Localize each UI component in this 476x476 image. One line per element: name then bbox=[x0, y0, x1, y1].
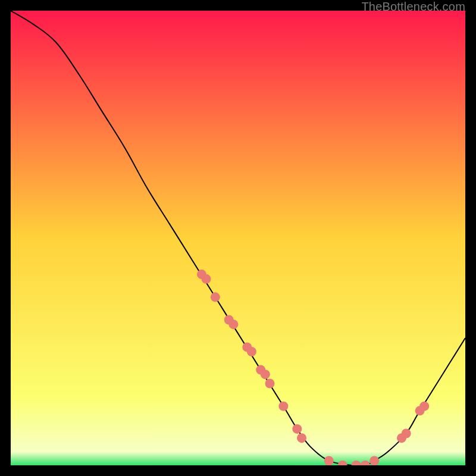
curve-marker bbox=[202, 274, 211, 284]
curve-marker bbox=[297, 433, 306, 443]
curve-marker bbox=[278, 402, 288, 411]
curve-marker bbox=[247, 347, 256, 356]
curve-marker bbox=[419, 402, 429, 411]
gradient-background bbox=[11, 11, 465, 465]
curve-marker bbox=[261, 369, 270, 379]
curve-marker bbox=[292, 424, 302, 434]
bottleneck-curve-chart bbox=[11, 11, 465, 465]
chart-container bbox=[11, 11, 465, 465]
curve-marker bbox=[265, 379, 275, 389]
curve-marker bbox=[369, 456, 379, 465]
curve-marker bbox=[228, 320, 238, 329]
curve-marker bbox=[324, 456, 334, 465]
attribution-watermark: TheBottleneck.com bbox=[361, 0, 465, 14]
curve-marker bbox=[211, 292, 220, 302]
curve-marker bbox=[402, 429, 411, 439]
